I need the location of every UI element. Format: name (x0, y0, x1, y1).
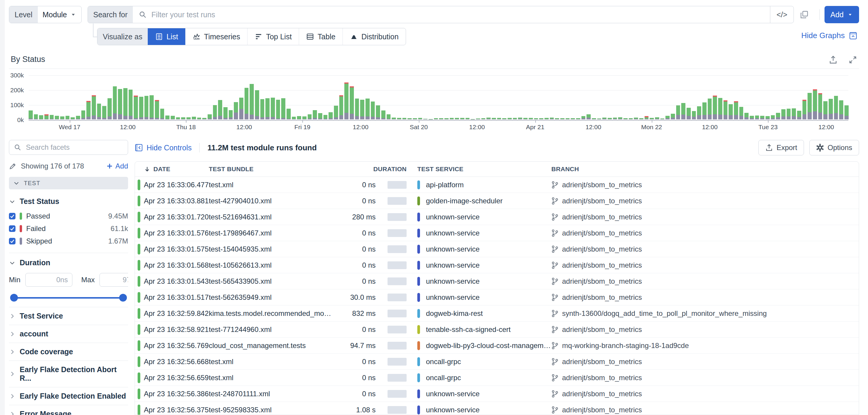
chart-bar[interactable] (550, 118, 554, 119)
chart-bar[interactable] (566, 118, 570, 120)
chart-bar[interactable] (529, 118, 533, 119)
chart-bar[interactable] (613, 118, 617, 119)
chart-bar[interactable] (823, 101, 828, 119)
table-row[interactable]: Apr 23 16:32:59.842 kima.tests.model.rec… (135, 306, 859, 321)
chart-bar[interactable] (844, 105, 849, 120)
chart-bar[interactable] (302, 117, 307, 119)
chart-bar[interactable] (171, 116, 175, 120)
chart-bar[interactable] (34, 114, 38, 120)
level-dropdown[interactable]: Module (38, 6, 81, 23)
chart-bar[interactable] (444, 118, 448, 120)
chart-bar[interactable] (208, 114, 212, 120)
status-checkbox[interactable] (9, 225, 16, 232)
chart-bar[interactable] (602, 118, 607, 119)
chart-bar[interactable] (392, 118, 396, 119)
chart-bar[interactable] (281, 98, 285, 120)
options-button[interactable]: Options (809, 140, 859, 155)
tab-list[interactable]: List (148, 28, 185, 45)
status-filter-row[interactable]: Skipped 1.67M (9, 235, 128, 247)
chart-bar[interactable] (81, 110, 86, 119)
chart-bar[interactable] (434, 118, 438, 119)
chart-bar[interactable] (492, 118, 496, 120)
slider-handle-max[interactable] (119, 294, 127, 301)
chart-bar[interactable] (139, 97, 143, 120)
status-checkbox[interactable] (9, 238, 16, 245)
chart-bar[interactable] (466, 118, 470, 119)
chart-bar[interactable] (397, 118, 401, 119)
chart-bar[interactable] (739, 107, 743, 120)
chart-bar[interactable] (413, 118, 417, 119)
chart-bar[interactable] (355, 99, 359, 119)
collapsed-facet-error-message[interactable]: Error Message (9, 405, 128, 415)
chart-bar[interactable] (192, 117, 196, 119)
chart-bar[interactable] (371, 101, 375, 119)
table-row[interactable]: Apr 23 16:33:01.720 test-521694631.xml 2… (135, 209, 859, 225)
chart-bar[interactable] (776, 113, 780, 120)
hide-graphs-link[interactable]: Hide Graphs (801, 31, 857, 40)
chart-bar[interactable] (260, 99, 265, 120)
chart-bar[interactable] (518, 118, 522, 120)
chart-bar[interactable] (197, 118, 202, 119)
chart-bar[interactable] (229, 110, 233, 120)
chart-bar[interactable] (665, 116, 670, 120)
chart-bar[interactable] (97, 104, 101, 119)
table-row[interactable]: Apr 23 16:33:01.517 test-562635949.xml 3… (135, 289, 859, 306)
table-row[interactable]: Apr 23 16:32:56.668 test.xml 0 ns oncall… (135, 354, 859, 370)
chart-bar[interactable] (697, 106, 701, 119)
add-facet-link[interactable]: Add (106, 162, 128, 170)
chart-bar[interactable] (160, 109, 164, 120)
chart-bar[interactable] (55, 116, 59, 119)
chart-bar[interactable] (818, 93, 823, 119)
collapsed-facet-early-flake-detection-abort-r[interactable]: Early Flake Detection Abort R... (9, 360, 128, 387)
collapsed-facet-early-flake-detection-enabled[interactable]: Early Flake Detection Enabled (9, 387, 128, 405)
chart-bar[interactable] (234, 102, 238, 120)
chart-bar[interactable] (145, 96, 149, 120)
chart-bar[interactable] (523, 118, 528, 120)
table-row[interactable]: Apr 23 16:33:03.881 test-427904010.xml 0… (135, 193, 859, 209)
chart-bar[interactable] (702, 102, 707, 120)
chart-bar[interactable] (455, 118, 459, 119)
chart-bar[interactable] (334, 106, 338, 119)
chart-bar[interactable] (728, 104, 733, 120)
chart-bar[interactable] (165, 116, 169, 120)
chart-bar[interactable] (439, 118, 443, 119)
chart-bar[interactable] (718, 98, 722, 120)
chart-bar[interactable] (560, 118, 564, 120)
chart-bar[interactable] (618, 117, 622, 120)
chart-bar[interactable] (639, 118, 643, 120)
chart-bar[interactable] (744, 113, 749, 120)
table-row[interactable]: Apr 23 16:33:01.568 test-105626613.xml 0… (135, 257, 859, 273)
chart-bar[interactable] (344, 83, 348, 119)
chart-bar[interactable] (255, 90, 259, 120)
chart-bar[interactable] (813, 89, 817, 120)
status-checkbox[interactable] (9, 213, 16, 219)
chart-bar[interactable] (113, 86, 117, 119)
chart-bar[interactable] (92, 95, 96, 120)
collapsed-facet-test-service[interactable]: Test Service (9, 307, 128, 325)
facet-group-test[interactable]: TEST (9, 177, 128, 189)
search-input[interactable] (151, 10, 764, 19)
facet-title-duration[interactable]: Duration (9, 258, 128, 267)
chart-bar[interactable] (429, 119, 433, 120)
column-header-date[interactable]: DATE (144, 165, 209, 173)
chart-bar[interactable] (502, 118, 506, 119)
chart-bar[interactable] (181, 117, 185, 120)
table-row[interactable]: Apr 23 16:32:58.921 test-771244960.xml 0… (135, 321, 859, 338)
chart-bar[interactable] (834, 96, 838, 119)
tab-distribution[interactable]: Distribution (343, 28, 406, 45)
chart-bar[interactable] (592, 118, 596, 119)
duration-max-input[interactable] (99, 273, 128, 287)
chart-bar[interactable] (118, 89, 122, 119)
chart-bar[interactable] (687, 108, 691, 119)
tab-table[interactable]: Table (299, 28, 343, 45)
column-header-service[interactable]: TEST SERVICE (417, 165, 551, 173)
table-row[interactable]: Apr 23 16:33:01.576 test-179896467.xml 0… (135, 225, 859, 241)
chart-bar[interactable] (513, 118, 517, 120)
chart-bar[interactable] (318, 113, 322, 120)
chart-bar[interactable] (271, 98, 275, 120)
chart-bar[interactable] (660, 119, 664, 119)
chart-bar[interactable] (366, 99, 370, 119)
chart-bar[interactable] (629, 118, 633, 119)
chart-bar[interactable] (576, 118, 580, 120)
chart-bar[interactable] (792, 108, 796, 120)
